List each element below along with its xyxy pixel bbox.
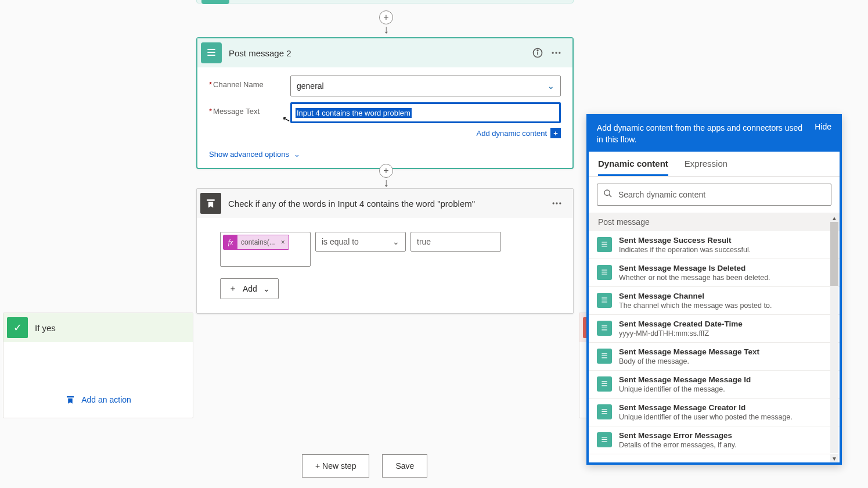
add-action-button[interactable]: Add an action [65, 394, 131, 405]
item-description: Unique identifier of the user who posted… [619, 413, 793, 421]
item-description: Indicates if the operation was successfu… [619, 246, 751, 254]
show-advanced-options[interactable]: Show advanced options ⌄ [209, 150, 561, 159]
svg-point-6 [553, 202, 554, 204]
item-description: Body of the message. [619, 357, 759, 365]
panel-tabs: Dynamic content Expression [589, 152, 840, 177]
search-input[interactable]: Search dynamic content [597, 184, 831, 206]
connector-icon [597, 376, 612, 392]
connector-icon [597, 265, 612, 280]
step-condition: Check if any of the words in Input 4 con… [196, 188, 574, 314]
tab-dynamic-content[interactable]: Dynamic content [598, 159, 668, 176]
dynamic-content-item[interactable]: Sent Message Success Result Indicates if… [589, 231, 840, 259]
expression-token[interactable]: fx contains(... × [223, 235, 289, 250]
panel-description: Add dynamic content from the apps and co… [597, 122, 806, 146]
scrollbar[interactable] [830, 222, 838, 453]
branch-yes: ✓ If yes Add an action [3, 313, 193, 418]
add-condition-button[interactable]: ＋ Add ⌄ [220, 278, 279, 299]
scroll-up-arrow[interactable]: ▲ [830, 214, 838, 222]
svg-point-7 [556, 202, 557, 204]
channel-select[interactable]: general ⌄ [290, 76, 561, 96]
connector-add-1: + ↓ [379, 10, 393, 35]
svg-point-5 [559, 52, 560, 53]
item-title: Sent Message Success Result [619, 236, 751, 245]
card-header[interactable]: Post message 2 [197, 38, 572, 67]
message-text-selection: Input 4 contains the word problem [296, 108, 412, 118]
more-menu-button[interactable] [547, 44, 566, 62]
channel-value: general [297, 81, 324, 91]
connector-icon [597, 237, 612, 252]
item-title: Sent Message Message Message Text [619, 347, 759, 356]
arrow-down-icon: ↓ [383, 177, 389, 188]
svg-line-10 [609, 195, 611, 197]
item-title: Sent Message Channel [619, 292, 772, 300]
remove-token-button[interactable]: × [278, 238, 289, 246]
scrollbar-thumb[interactable] [830, 222, 838, 286]
item-title: Sent Message Created Date-Time [619, 320, 743, 328]
item-description: Details of the error messages, if any. [619, 441, 737, 449]
save-button[interactable]: Save [382, 454, 427, 478]
group-header: Post message [589, 213, 840, 231]
step-post-message-2: Post message 2 *Channel Name general ⌄ *… [196, 37, 574, 169]
svg-point-9 [604, 190, 610, 195]
item-description: Whether or not the message has been dele… [619, 274, 770, 282]
check-icon: ✓ [7, 317, 28, 338]
svg-point-4 [555, 52, 557, 53]
svg-point-2 [537, 50, 538, 51]
add-dynamic-content-link[interactable]: Add dynamic content + [290, 128, 561, 138]
dynamic-content-item[interactable]: Sent Message Error Messages Details of t… [589, 426, 840, 454]
dynamic-content-item[interactable]: Sent Message Message Is Deleted Whether … [589, 259, 840, 287]
chevron-down-icon: ⌄ [392, 237, 399, 246]
connector-icon [201, 0, 229, 4]
hide-panel-button[interactable]: Hide [815, 122, 831, 131]
item-title: Sent Message Message Message Id [619, 375, 751, 384]
footer-buttons: + New step Save [302, 454, 427, 478]
operator-select[interactable]: is equal to ⌄ [315, 232, 406, 252]
new-step-button[interactable]: + New step [302, 454, 369, 478]
dynamic-content-item[interactable]: Sent Message Message Message Text Body o… [589, 343, 840, 371]
panel-header: Add dynamic content from the apps and co… [589, 116, 840, 152]
search-placeholder: Search dynamic content [618, 190, 705, 199]
item-description: yyyy-MM-ddTHH:mm:ss.fffZ [619, 329, 743, 338]
item-title: Sent Message Message Creator Id [619, 403, 793, 412]
channel-label: *Channel Name [209, 76, 290, 89]
branch-header[interactable]: ✓ If yes [3, 313, 193, 342]
scroll-down-arrow[interactable]: ▼ [830, 454, 838, 462]
card-title: Post message 2 [229, 48, 528, 58]
message-text-input[interactable]: Input 4 contains the word problem [290, 102, 561, 123]
card-title: Check if any of the words in Input 4 con… [228, 199, 548, 209]
dynamic-content-item[interactable]: Sent Message Channel The channel which t… [589, 287, 840, 315]
fx-icon: fx [224, 235, 237, 249]
dynamic-content-panel: Add dynamic content from the apps and co… [586, 114, 842, 465]
search-icon [603, 189, 613, 200]
item-title: Sent Message Message Is Deleted [619, 264, 770, 272]
tab-expression[interactable]: Expression [685, 159, 727, 176]
info-button[interactable] [528, 44, 547, 62]
condition-icon [200, 193, 221, 214]
chevron-down-icon: ⌄ [263, 284, 270, 293]
condition-value-input[interactable]: true [410, 232, 501, 252]
message-label: *Message Text [209, 102, 290, 116]
arrow-down-icon: ↓ [383, 23, 389, 35]
dynamic-content-item[interactable]: Sent Message Message Creator Id Unique i… [589, 399, 840, 426]
dynamic-content-item[interactable]: Sent Message Message Message Id Unique i… [589, 371, 840, 399]
item-description: Unique identifier of the message. [619, 385, 751, 393]
connector-icon [597, 349, 612, 364]
connector-add-2: + ↓ [379, 164, 393, 188]
branch-title: If yes [35, 323, 56, 333]
dynamic-content-item[interactable]: Sent Message Created Date-Time yyyy-MM-d… [589, 315, 840, 343]
step-post-message-prior[interactable] [196, 0, 574, 3]
card-header[interactable]: Check if any of the words in Input 4 con… [197, 189, 573, 218]
connector-icon [597, 321, 612, 336]
dynamic-items-list[interactable]: Sent Message Success Result Indicates if… [589, 231, 840, 462]
connector-icon [597, 293, 612, 308]
plus-icon: + [550, 128, 561, 138]
condition-left-input[interactable]: fx contains(... × [220, 232, 311, 267]
more-menu-button[interactable] [548, 194, 566, 213]
chevron-down-icon: ⌄ [548, 81, 554, 91]
connector-icon [597, 432, 612, 447]
connector-icon [201, 42, 222, 63]
chevron-down-icon: ⌄ [294, 150, 300, 159]
item-description: The channel which the message was posted… [619, 302, 772, 310]
plus-icon: ＋ [229, 284, 237, 294]
svg-point-3 [552, 52, 554, 53]
